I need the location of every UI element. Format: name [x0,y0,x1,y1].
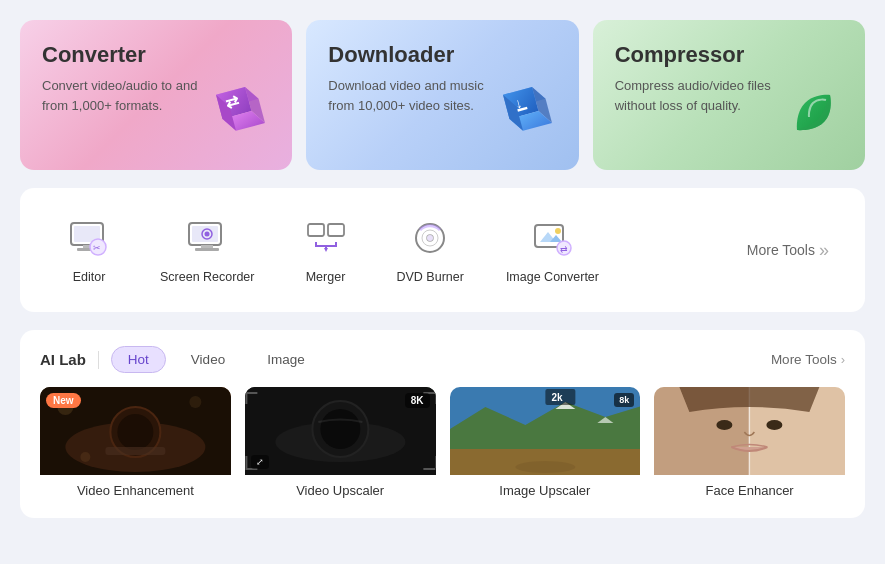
screen-recorder-label: Screen Recorder [160,270,255,284]
svg-point-41 [117,414,153,450]
ai-more-tools-button[interactable]: More Tools › [771,352,845,367]
converter-title: Converter [42,42,272,68]
more-tools-button[interactable]: More Tools » [735,232,841,269]
converter-card[interactable]: Converter Convert video/audio to and fro… [20,20,292,170]
dvd-burner-icon [408,216,452,260]
badge-expand: ⤢ [251,455,269,469]
svg-rect-22 [201,245,213,248]
badge-8k-img: 8k [614,393,634,407]
svg-point-45 [80,452,90,462]
top-cards-row: Converter Convert video/audio to and fro… [20,20,865,170]
face-enhancer-label: Face Enhancer [654,475,845,502]
converter-icon: ⇄ [192,70,282,160]
tool-screen-recorder[interactable]: Screen Recorder [144,208,271,292]
svg-text:2k: 2k [551,392,563,403]
badge-new: New [46,393,81,408]
svg-point-35 [555,228,561,234]
tool-dvd-burner[interactable]: DVD Burner [381,208,480,292]
svg-point-44 [189,396,201,408]
tools-section: ✂ Editor Sc [20,188,865,312]
svg-rect-56 [423,468,435,470]
ai-card-video-enhancement[interactable]: New Video Enhancement [40,387,231,502]
merger-label: Merger [306,270,346,284]
face-enhancer-thumb [654,387,845,475]
svg-text:✂: ✂ [93,243,101,253]
video-upscaler-label: Video Upscaler [245,475,436,502]
svg-rect-51 [245,392,247,404]
svg-point-72 [717,420,733,430]
ai-header: AI Lab Hot Video Image More Tools › [40,346,845,373]
svg-point-49 [320,409,360,449]
image-converter-label: Image Converter [506,270,599,284]
dvd-burner-label: DVD Burner [397,270,464,284]
downloader-title: Downloader [328,42,558,68]
svg-marker-27 [324,248,328,252]
ai-card-face-enhancer[interactable]: Face Enhancer [654,387,845,502]
editor-icon: ✂ [67,216,111,260]
badge-8k: 8K [405,393,430,408]
editor-label: Editor [73,270,106,284]
tool-editor[interactable]: ✂ Editor [44,208,134,292]
tools-list: ✂ Editor Sc [44,208,735,292]
video-enhancement-label: Video Enhancement [40,475,231,502]
image-upscaler-label: Image Upscaler [450,475,641,502]
tab-hot[interactable]: Hot [111,346,166,373]
merger-icon [304,216,348,260]
svg-rect-25 [308,224,324,236]
main-container: Converter Convert video/audio to and fro… [0,0,885,534]
ai-card-image-upscaler[interactable]: 8k 2k [450,387,641,502]
svg-rect-26 [328,224,344,236]
tab-image[interactable]: Image [250,346,322,373]
chevron-double-icon: » [819,240,829,261]
screen-recorder-icon [185,216,229,260]
compressor-card[interactable]: Compressor Compress audio/video files wi… [593,20,865,170]
tool-merger[interactable]: Merger [281,208,371,292]
svg-rect-55 [245,456,247,468]
svg-point-73 [767,420,783,430]
svg-text:⇄: ⇄ [560,244,568,254]
image-converter-icon: ⇄ [530,216,574,260]
svg-rect-21 [195,248,219,251]
downloader-icon: ↓ [479,70,569,160]
svg-rect-42 [105,447,165,455]
tab-video[interactable]: Video [174,346,242,373]
divider [98,351,99,369]
svg-point-31 [427,235,433,241]
ai-cards-grid: New Video Enhancement [40,387,845,502]
ai-chevron-icon: › [841,352,845,367]
ai-more-tools-label: More Tools [771,352,837,367]
tool-image-converter[interactable]: ⇄ Image Converter [490,208,615,292]
ai-tabs: Hot Video Image [111,346,322,373]
image-upscaler-thumb: 8k 2k [450,387,641,475]
ai-lab-label: AI Lab [40,351,86,368]
video-upscaler-thumb: 8K ⤢ [245,387,436,475]
ai-card-video-upscaler[interactable]: 8K ⤢ [245,387,436,502]
svg-point-63 [515,461,575,473]
ai-section: AI Lab Hot Video Image More Tools › New [20,330,865,518]
svg-point-24 [205,232,210,237]
downloader-card[interactable]: Downloader Download video and music from… [306,20,578,170]
more-tools-label: More Tools [747,242,815,258]
compressor-icon [765,70,855,160]
compressor-title: Compressor [615,42,845,68]
video-enhancement-thumb: New [40,387,231,475]
